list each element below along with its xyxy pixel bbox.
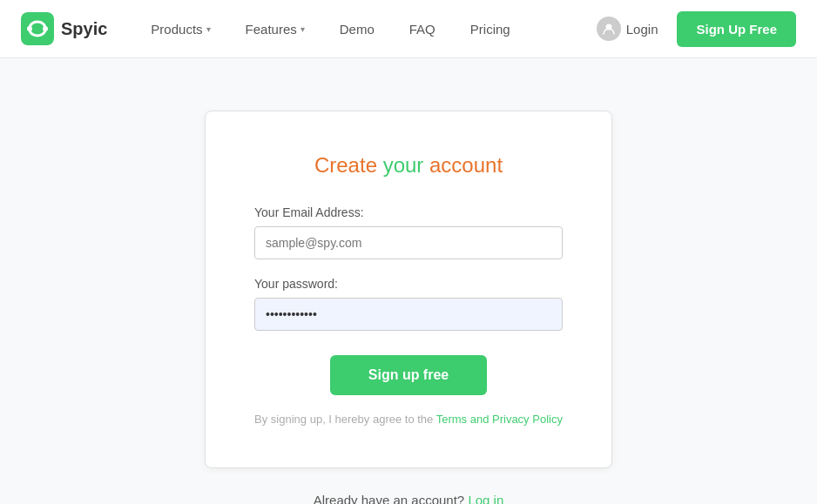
svg-point-2 [43,26,48,31]
nav-faq[interactable]: FAQ [394,15,451,44]
login-button[interactable]: Login [588,11,667,46]
terms-text: By signing up, I hereby agree to the Ter… [254,413,563,426]
nav-products[interactable]: Products ▾ [135,15,226,44]
card-title: Create your account [254,153,563,178]
terms-link[interactable]: Terms and Privacy Policy [436,413,563,426]
nav-demo[interactable]: Demo [324,15,390,44]
nav-signup-button[interactable]: Sign Up Free [677,11,796,47]
features-chevron-icon: ▾ [300,24,305,34]
svg-rect-0 [21,12,54,45]
password-label: Your password: [254,277,563,291]
nav-features[interactable]: Features ▾ [230,15,321,44]
main-content: Create your account Your Email Address: … [0,58,817,504]
navbar: Spyic Products ▾ Features ▾ Demo FAQ Pri… [0,0,817,58]
password-group: Your password: [254,277,563,331]
brand-logo[interactable]: Spyic [21,12,107,45]
signup-form-button[interactable]: Sign up free [330,355,487,395]
nav-links: Products ▾ Features ▾ Demo FAQ Pricing [135,15,587,44]
email-group: Your Email Address: [254,205,563,259]
email-input[interactable] [254,226,563,259]
signup-card: Create your account Your Email Address: … [205,111,612,468]
already-account-text: Already have an account? Log in [314,493,504,504]
products-chevron-icon: ▾ [206,24,211,34]
nav-right: Login Sign Up Free [588,11,796,47]
email-label: Your Email Address: [254,205,563,219]
user-avatar-icon [597,17,621,41]
login-link[interactable]: Log in [468,493,503,504]
spyic-logo [21,12,54,45]
nav-pricing[interactable]: Pricing [455,15,526,44]
brand-name: Spyic [61,19,107,39]
password-input[interactable] [254,298,563,331]
svg-point-1 [27,26,32,31]
